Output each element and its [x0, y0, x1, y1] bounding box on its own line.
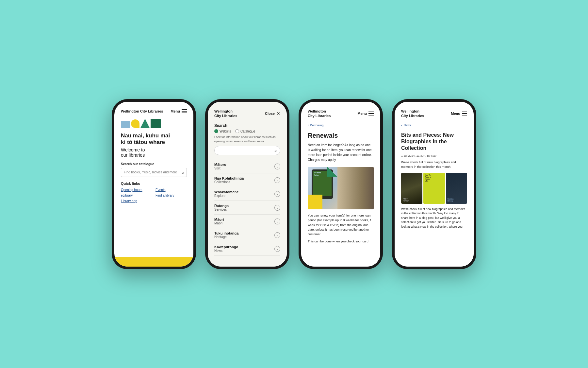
article-body: We're chock full of new biographies and …	[401, 207, 467, 229]
home-logo: Wellington City Libraries	[121, 109, 163, 114]
quick-link-library-app[interactable]: Library app	[121, 199, 152, 203]
phone-renewals: WellingtonCity Libraries Menu ‹ Borrowin…	[299, 99, 383, 269]
menu-item-matoro-sub: Visit	[214, 166, 226, 170]
phone-home: Wellington City Libraries Menu Nau mai, …	[112, 99, 196, 269]
renewals-image-inner: pro bonofiction	[308, 167, 374, 209]
radio-website[interactable]: Website	[214, 129, 231, 133]
menu-item-explore[interactable]: Whakatōmene Explore ⌄	[214, 187, 280, 201]
article-body-text: We're chock full of new biographies and …	[401, 207, 465, 228]
quick-links-grid: Opening hours Events eLibrary Find a lib…	[121, 188, 187, 203]
radio-catalogue-label: Catalogue	[240, 130, 255, 133]
search-icon[interactable]: ⌕	[182, 170, 184, 175]
expand-icon-matoro[interactable]: ⌄	[274, 164, 280, 169]
home-menu-button[interactable]: Menu	[171, 109, 187, 113]
catalogue-search-box[interactable]: ⌕	[121, 168, 187, 177]
close-x-icon: ✕	[276, 111, 280, 116]
renewals-header: WellingtonCity Libraries Menu	[308, 109, 374, 118]
menu-label: Menu	[171, 109, 180, 113]
news-menu-label: Menu	[451, 112, 460, 115]
menu-search-input-row[interactable]: ⌕	[214, 146, 280, 155]
book1-text: FIRSTFATHER	[403, 198, 421, 202]
phone-news: WellingtonCity Libraries Menu ‹ News Bit…	[392, 99, 476, 269]
radio-website-label: Website	[220, 130, 231, 133]
menu-search-section: Search Website Catalogue Look for inform…	[214, 123, 280, 155]
close-button[interactable]: Close ✕	[265, 111, 280, 116]
quick-link-elibrary[interactable]: eLibrary	[121, 194, 152, 197]
menu-search-icon[interactable]: ⌕	[274, 148, 277, 153]
menu-item-matoro[interactable]: Mātoro Visit ⌄	[214, 160, 280, 173]
menu-search-input[interactable]	[218, 149, 274, 152]
catalogue-search-label: Search our catalogue	[121, 162, 187, 166]
renewals-title: Renewals	[308, 132, 374, 139]
radio-website-dot	[214, 129, 218, 133]
menu-item-maori[interactable]: Māori Māori ⌄	[214, 215, 280, 228]
book2-text: How ToAvoid aHappyLife	[423, 173, 445, 183]
expand-icon-services[interactable]: ⌄	[274, 205, 280, 211]
home-header: Wellington City Libraries Menu	[121, 109, 187, 114]
news-breadcrumb-arrow-icon: ‹	[401, 123, 402, 127]
phone-menu: WellingtonCity Libraries Close ✕ Search …	[205, 99, 289, 269]
book3-text: ComingStrong	[448, 198, 466, 202]
menu-item-news[interactable]: Kawepūrongo News ⌄	[214, 242, 280, 256]
breadcrumb-link[interactable]: Borrowing	[310, 124, 324, 127]
phones-container: Wellington City Libraries Menu Nau mai, …	[112, 99, 476, 269]
quick-links-label: Quick links	[121, 182, 187, 185]
menu-item-heritage-sub: Heritage	[214, 235, 238, 239]
menu-logo: WellingtonCity Libraries	[214, 109, 237, 118]
menu-item-collections-title: Ngā Kohikohinga	[214, 176, 244, 180]
renewals-hamburger-icon	[368, 112, 374, 115]
expand-icon-collections[interactable]: ⌄	[274, 177, 280, 183]
expand-icon-maori[interactable]: ⌄	[274, 219, 280, 224]
menu-item-collections[interactable]: Ngā Kohikohinga Collections ⌄	[214, 173, 280, 187]
hamburger-icon	[182, 109, 187, 113]
bookshelf	[337, 167, 374, 209]
renewals-intro: Need an item for longer? As long as no o…	[308, 143, 374, 162]
renewals-breadcrumb[interactable]: ‹ Borrowing	[308, 123, 374, 127]
phone-home-screen: Wellington City Libraries Menu Nau mai, …	[114, 102, 193, 267]
search-radio-row: Website Catalogue	[214, 129, 280, 133]
home-content: Wellington City Libraries Menu Nau mai, …	[114, 102, 193, 267]
menu-item-services-sub: Services	[214, 208, 229, 211]
radio-catalogue-dot	[235, 129, 239, 133]
quick-link-events[interactable]: Events	[155, 188, 187, 192]
menu-item-maori-title: Māori	[214, 218, 224, 221]
book-cover-1: FIRSTFATHER	[401, 173, 422, 204]
renewals-menu-button[interactable]: Menu	[357, 112, 374, 115]
expand-icon-explore[interactable]: ⌄	[274, 191, 280, 197]
menu-item-heritage[interactable]: Tuku ihotanga Heritage ⌄	[214, 228, 280, 242]
expand-icon-news[interactable]: ⌄	[274, 246, 280, 252]
renewals-menu-label: Menu	[357, 112, 367, 115]
news-breadcrumb[interactable]: ‹ News	[401, 123, 467, 127]
menu-item-explore-title: Whakatōmene	[214, 190, 239, 194]
menu-item-services[interactable]: Ratonga Services ⌄	[214, 201, 280, 215]
menu-item-news-title: Kawepūrongo	[214, 245, 238, 249]
renewals-image: pro bonofiction	[308, 167, 374, 209]
news-article-title: Bits and Pieces: New Biographies in the …	[401, 132, 467, 151]
catalogue-search-input[interactable]	[124, 170, 182, 174]
radio-catalogue[interactable]: Catalogue	[235, 129, 255, 133]
menu-item-maori-sub: Māori	[214, 221, 224, 225]
menu-header: WellingtonCity Libraries Close ✕	[214, 109, 280, 118]
phone-news-screen: WellingtonCity Libraries Menu ‹ News Bit…	[395, 102, 474, 267]
news-breadcrumb-link[interactable]: News	[404, 124, 411, 127]
expand-icon-heritage[interactable]: ⌄	[274, 232, 280, 238]
menu-item-news-sub: News	[214, 249, 238, 253]
teal-decoration	[327, 167, 337, 177]
shape-blue	[121, 121, 130, 128]
quick-link-opening-hours[interactable]: Opening hours	[121, 188, 152, 192]
menu-content: WellingtonCity Libraries Close ✕ Search …	[208, 102, 287, 267]
search-section-label: Search	[214, 123, 280, 128]
shape-yellow	[131, 119, 139, 128]
news-header: WellingtonCity Libraries Menu	[401, 109, 467, 118]
news-menu-button[interactable]: Menu	[451, 112, 467, 115]
hero-subheading: Welcome toour libraries	[121, 147, 187, 158]
renewals-body2: This can be done when you check your car…	[308, 239, 374, 244]
article-meta: 1 Jul 2024, 11 a.m. By Kath	[401, 154, 467, 157]
renewals-content: WellingtonCity Libraries Menu ‹ Borrowin…	[301, 102, 380, 267]
quick-link-find-library[interactable]: Find a library	[155, 194, 187, 197]
news-content: WellingtonCity Libraries Menu ‹ News Bit…	[395, 102, 474, 267]
phone-renewals-screen: WellingtonCity Libraries Menu ‹ Borrowin…	[301, 102, 380, 267]
yellow-bar-decoration	[114, 257, 193, 267]
yellow-decoration	[308, 195, 322, 209]
menu-item-collections-sub: Collections	[214, 180, 244, 184]
